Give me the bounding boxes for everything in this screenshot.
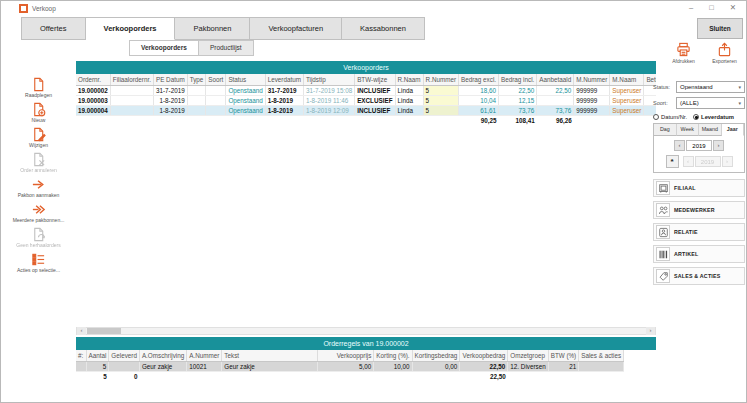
year-next-icon: › [722, 156, 733, 167]
radio-datum-nr[interactable]: Datum/Nr. [653, 114, 687, 120]
subtab-productlijst[interactable]: Productlijst [199, 40, 254, 56]
table-row[interactable]: 19.00000231-7-2019Openstaand31-7-201931-… [76, 85, 656, 95]
export-icon [708, 42, 741, 57]
filter-panel: Status: Openstaand ▾ Soort: (ALLE) ▾ Dat… [653, 81, 745, 289]
tab-verkooporders[interactable]: Verkooporders [86, 17, 176, 40]
scroll-right-icon[interactable]: › [646, 327, 655, 335]
action-nieuw[interactable]: Nieuw [3, 102, 75, 123]
column-header[interactable]: Filiaalordernr. [110, 74, 153, 85]
action-order-annuleren: Order annuleren [3, 152, 75, 173]
year-spinner-secondary-row: * ‹ 2019 › [654, 155, 744, 168]
print-export-toolbar: Afdrukken Exporteren [667, 42, 741, 64]
orderlines-section: Orderregels van 19.000002 #:AantalGeleve… [76, 337, 656, 381]
year-spinner-secondary: ‹ 2019 › [683, 156, 733, 167]
column-header[interactable]: Tijdstip [303, 74, 354, 85]
clear-year-filter-button[interactable]: * [666, 155, 679, 168]
soort-dropdown[interactable]: (ALLE) ▾ [676, 97, 745, 109]
column-header[interactable]: Sales & acties [579, 350, 624, 361]
period-tab-dag[interactable]: Dag [654, 124, 677, 136]
sub-tab-bar: VerkoopordersProductlijst [129, 40, 254, 56]
window-controls: – □ ✕ [689, 3, 736, 12]
subtab-verkooporders[interactable]: Verkooporders [129, 40, 199, 56]
minimize-icon[interactable]: – [689, 3, 693, 12]
arrow-right-icon [3, 177, 75, 192]
filter-button-sales-acties[interactable]: SALES & ACTIES [653, 267, 745, 285]
double-arrow-icon [3, 202, 75, 217]
titlebar: Verkoop – □ ✕ [1, 1, 746, 16]
column-header[interactable]: Omzetgroep [508, 350, 548, 361]
table-row[interactable]: 19.0000031-8-2019Openstaand1-8-20191-8-2… [76, 95, 656, 105]
column-header[interactable]: BTW (%) [548, 350, 579, 361]
barcode-icon [656, 247, 670, 261]
column-header[interactable]: Kortingsbedrag [412, 350, 460, 361]
maximize-icon[interactable]: □ [709, 3, 714, 12]
column-header[interactable]: Aantal [86, 350, 109, 361]
exporteren-button[interactable]: Exporteren [708, 42, 741, 64]
period-selector: DagWeekMaandJaar ‹ 2019 › * ‹ 2019 › [653, 123, 745, 173]
status-dropdown[interactable]: Openstaand ▾ [676, 81, 745, 93]
action-meerdere-pakbonnen[interactable]: Meerdere pakbonnen... [3, 202, 75, 223]
column-header[interactable]: Status [226, 74, 265, 85]
filter-button-medewerker[interactable]: MEDEWERKER [653, 201, 745, 219]
tab-offertes[interactable]: Offertes [21, 17, 86, 40]
tab-kassabonnen[interactable]: Kassabonnen [342, 17, 425, 40]
column-header[interactable]: Verkoopprijs [318, 350, 374, 361]
column-header[interactable]: Aanbetaald [537, 74, 574, 85]
period-tab-maand[interactable]: Maand [699, 124, 722, 136]
column-header[interactable]: Leverdatum [265, 74, 303, 85]
column-header[interactable]: M.Naam [610, 74, 644, 85]
chevron-down-icon: ▾ [738, 100, 741, 106]
people-icon [656, 203, 670, 217]
sluiten-button[interactable]: Sluiten [697, 18, 743, 39]
radio-leverdatum[interactable]: Leverdatum [693, 114, 734, 120]
app-title: Verkoop [32, 5, 56, 12]
column-header[interactable]: Ordernr. [76, 74, 110, 85]
column-header[interactable]: Bedrag incl. [499, 74, 537, 85]
main-tab-bar: OffertesVerkoopordersPakbonnenVerkoopfac… [21, 17, 425, 40]
orderlines-section-title: Orderregels van 19.000002 [76, 337, 656, 350]
column-header[interactable]: Type [187, 74, 206, 85]
document-edit-icon [3, 127, 75, 142]
horizontal-scrollbar[interactable]: ‹ › [76, 327, 656, 335]
filter-button-relatie[interactable]: RELATIE [653, 223, 745, 241]
column-header[interactable]: PE Datum [153, 74, 187, 85]
column-header[interactable]: Tekst [222, 350, 318, 361]
close-icon[interactable]: ✕ [730, 3, 736, 12]
year-next-icon[interactable]: › [713, 140, 724, 151]
column-header[interactable]: M.Nummer [574, 74, 610, 85]
action-acties-op-selectie[interactable]: Acties op selectie... [3, 252, 75, 273]
column-header[interactable]: Verkoopbedrag [460, 350, 508, 361]
column-header[interactable]: Bedrag excl. [459, 74, 499, 85]
radio-icon [693, 114, 699, 120]
action-pakbon-aanmaken[interactable]: Pakbon aanmaken [3, 177, 75, 198]
action-raadplegen[interactable]: Raadplegen [3, 77, 75, 98]
afdrukken-button[interactable]: Afdrukken [667, 42, 700, 64]
period-tab-week[interactable]: Week [677, 124, 700, 136]
period-tab-bar: DagWeekMaandJaar [654, 124, 744, 136]
column-header[interactable]: BTW-wijze [355, 74, 395, 85]
column-header[interactable]: A.Nummer [187, 350, 222, 361]
period-tab-jaar[interactable]: Jaar [722, 124, 745, 136]
year-value: 2019 [686, 140, 712, 151]
column-header[interactable]: Korting (%). [374, 350, 412, 361]
scroll-left-icon[interactable]: ‹ [77, 327, 86, 335]
safe-icon [656, 181, 670, 195]
column-header[interactable]: #: [76, 350, 86, 361]
column-header[interactable]: R.Naam [395, 74, 423, 85]
year-value-secondary: 2019 [695, 156, 721, 167]
action-wijzigen[interactable]: Wijzigen [3, 127, 75, 148]
table-row[interactable]: 5Geur zakje10021Geur zakje5,0010,000,002… [76, 361, 624, 371]
column-header[interactable]: Soort [206, 74, 226, 85]
scrollbar-thumb[interactable] [87, 328, 121, 334]
column-header[interactable]: Geleverd [109, 350, 140, 361]
year-prev-icon: ‹ [683, 156, 694, 167]
tab-verkoopfacturen[interactable]: Verkoopfacturen [250, 17, 342, 40]
table-row[interactable]: 19.0000041-8-2019Openstaand1-8-20191-8-2… [76, 105, 656, 115]
column-header[interactable]: R.Nummer [423, 74, 458, 85]
column-header[interactable]: A.Omschrijving [139, 350, 186, 361]
year-prev-icon[interactable]: ‹ [674, 140, 685, 151]
app-icon [19, 4, 28, 13]
filter-button-artikel[interactable]: ARTIKEL [653, 245, 745, 263]
filter-button-filiaal[interactable]: FILIAAL [653, 179, 745, 197]
tab-pakbonnen[interactable]: Pakbonnen [175, 17, 250, 40]
